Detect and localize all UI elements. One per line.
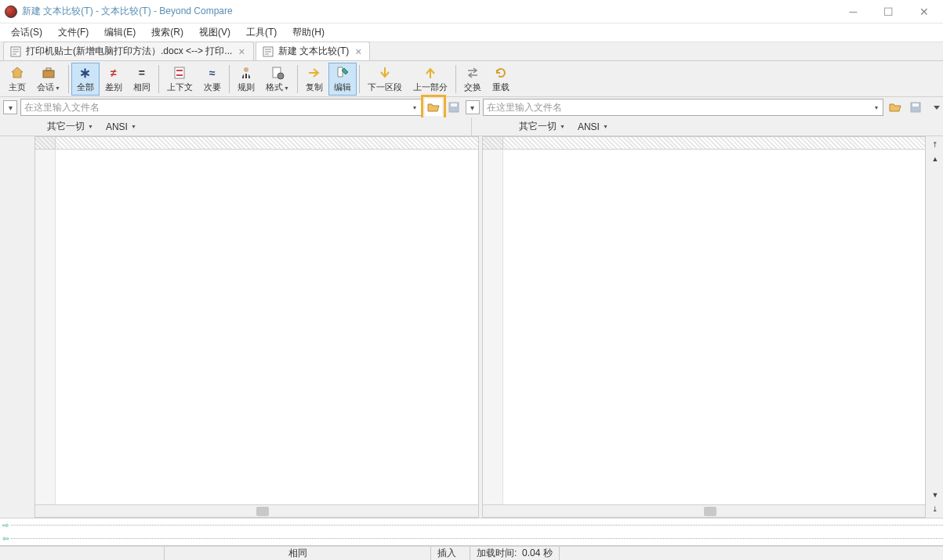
expand-right-button[interactable]: ▾: [466, 100, 480, 114]
left-pane: [34, 136, 479, 518]
show-all-button[interactable]: ∗ 全部: [71, 63, 100, 96]
status-same: 相同: [165, 547, 431, 560]
svg-rect-12: [176, 74, 183, 76]
right-content[interactable]: [503, 150, 926, 504]
svg-rect-15: [247, 74, 248, 78]
referee-icon: [238, 65, 254, 81]
app-icon: [5, 5, 17, 18]
show-same-button[interactable]: = 相同: [128, 63, 156, 96]
compare-area: ⤒ ▲ ▼ ⤓: [0, 136, 943, 518]
menu-help[interactable]: 帮助(H): [286, 24, 331, 41]
minimize-button[interactable]: ─: [836, 1, 871, 23]
dropdown-icon[interactable]: ▾: [870, 99, 883, 116]
scroll-bottom-icon[interactable]: ⤓: [930, 504, 941, 515]
svg-rect-14: [244, 74, 245, 78]
tab-label: 新建 文本比较(T): [278, 45, 350, 58]
minor-button[interactable]: ≈ 次要: [198, 63, 227, 96]
title-bar: 新建 文本比较(T) - 文本比较(T) - Beyond Compare ─ …: [0, 0, 943, 23]
asterisk-icon: ∗: [78, 65, 93, 81]
menu-session[interactable]: 会话(S): [5, 24, 49, 41]
svg-point-17: [277, 73, 284, 79]
menu-tools[interactable]: 工具(T): [240, 24, 283, 41]
format-button[interactable]: 格式▼: [260, 63, 295, 96]
home-button[interactable]: 主页: [3, 63, 31, 96]
copy-button[interactable]: 复制: [300, 63, 328, 96]
save-left-button[interactable]: [445, 99, 462, 116]
menu-file[interactable]: 文件(F): [52, 24, 95, 41]
dropdown-arrow-icon[interactable]: [934, 104, 940, 110]
menu-edit[interactable]: 编辑(E): [98, 24, 142, 41]
right-path-input[interactable]: ▾: [483, 99, 884, 116]
edit-button[interactable]: 编辑: [328, 63, 357, 96]
scroll-top-icon[interactable]: ⤒: [930, 139, 941, 150]
left-filter-other[interactable]: 其它一切▼: [44, 118, 96, 135]
right-path-field[interactable]: [484, 102, 871, 113]
scroll-up-icon[interactable]: ▲: [930, 154, 941, 164]
sessions-button[interactable]: 会话▼: [31, 63, 66, 96]
context-button[interactable]: 上下文: [161, 63, 198, 96]
align-left-icon[interactable]: ⇦: [0, 534, 11, 543]
path-row: ▾ ▾ ▾ ▾: [0, 97, 943, 117]
approx-icon: ≈: [205, 65, 220, 81]
align-right-icon[interactable]: ⇨: [0, 521, 11, 529]
arrow-right-icon: [306, 65, 322, 81]
toolbar-separator: [68, 65, 69, 93]
dropdown-icon[interactable]: ▾: [408, 99, 421, 116]
menu-search[interactable]: 搜索(R): [145, 24, 190, 41]
right-encoding[interactable]: ANSI▼: [575, 120, 611, 134]
svg-rect-11: [176, 70, 183, 71]
equal-icon: =: [134, 65, 150, 81]
svg-rect-19: [451, 103, 457, 107]
menu-bar: 会话(S) 文件(F) 编辑(E) 搜索(R) 视图(V) 工具(T) 帮助(H…: [0, 23, 943, 42]
status-bar: 相同 插入 加载时间: 0.04 秒: [0, 546, 943, 560]
right-filter-other[interactable]: 其它一切▼: [516, 118, 568, 135]
toolbar-separator: [229, 65, 230, 93]
open-left-file-button[interactable]: [425, 99, 442, 116]
prev-section-button[interactable]: 上一部分: [408, 63, 453, 96]
swap-button[interactable]: 交换: [459, 63, 487, 96]
svg-rect-9: [46, 68, 51, 70]
swap-icon: [465, 65, 481, 81]
context-icon: [172, 65, 187, 81]
edit-icon: [335, 65, 350, 81]
scroll-down-icon[interactable]: ▼: [930, 490, 941, 500]
rules-button[interactable]: 规则: [232, 63, 260, 96]
right-pane: [482, 136, 927, 518]
next-section-button[interactable]: 下一区段: [362, 63, 408, 96]
expand-left-button[interactable]: ▾: [3, 100, 17, 114]
svg-rect-8: [43, 70, 54, 78]
alignment-strip: ⇨ ⇦: [0, 518, 943, 546]
left-content[interactable]: [56, 150, 478, 504]
left-path-input[interactable]: ▾: [20, 99, 422, 116]
left-path-field[interactable]: [21, 102, 408, 113]
svg-rect-10: [175, 67, 184, 78]
tab-close-icon[interactable]: ×: [237, 45, 246, 58]
tab-bar: 打印机贴士(新增电脑打印方法）.docx <--> 打印... × 新建 文本比…: [0, 42, 943, 61]
save-right-button[interactable]: [907, 99, 924, 116]
tab-close-icon[interactable]: ×: [354, 45, 363, 58]
status-load-time: 加载时间: 0.04 秒: [470, 547, 560, 560]
svg-point-13: [244, 67, 248, 72]
right-hscroll[interactable]: [483, 504, 926, 517]
maximize-button[interactable]: ☐: [871, 1, 906, 23]
toolbar-separator: [455, 65, 456, 93]
tab-previous-session[interactable]: 打印机贴士(新增电脑打印方法）.docx <--> 打印... ×: [3, 42, 254, 60]
thumbnail-gutter: [0, 136, 33, 518]
show-diff-button[interactable]: ≠ 差别: [100, 63, 128, 96]
briefcase-icon: [41, 65, 56, 81]
left-encoding[interactable]: ANSI▼: [103, 120, 140, 134]
home-icon: [9, 65, 25, 81]
menu-view[interactable]: 视图(V): [193, 24, 237, 41]
tab-new-text-compare[interactable]: 新建 文本比较(T) ×: [256, 42, 371, 60]
right-line-gutter: [483, 150, 503, 504]
tab-label: 打印机贴士(新增电脑打印方法）.docx <--> 打印...: [26, 45, 232, 58]
close-button[interactable]: ✕: [906, 1, 941, 23]
left-hscroll[interactable]: [35, 504, 478, 517]
format-icon: [270, 65, 285, 81]
vertical-scroll[interactable]: ⤒ ▲ ▼ ⤓: [927, 136, 943, 518]
reload-button[interactable]: 重载: [487, 63, 515, 96]
svg-rect-21: [912, 103, 919, 107]
left-line-gutter: [35, 150, 56, 504]
open-right-file-button[interactable]: [887, 99, 904, 116]
toolbar-separator: [297, 65, 298, 93]
